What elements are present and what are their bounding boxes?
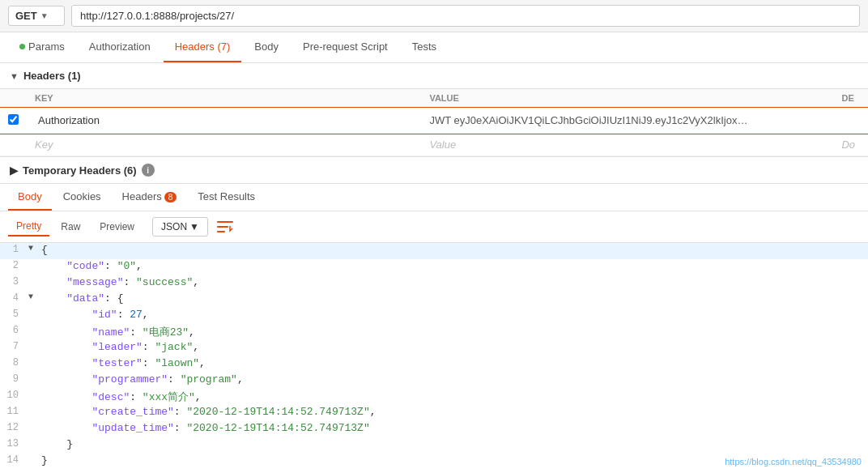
row-key-cell[interactable] <box>27 108 421 134</box>
line-number: 5 <box>0 309 28 320</box>
json-line: 11 "create_time": "2020-12-19T14:14:52.7… <box>0 405 868 421</box>
row-desc-cell[interactable] <box>833 108 868 134</box>
json-line: 12 "update_time": "2020-12-19T14:14:52.7… <box>0 421 868 437</box>
line-text: "id": 27, <box>41 309 149 321</box>
tab-label-tests: Tests <box>412 40 436 53</box>
line-arrow[interactable]: ▼ <box>28 292 41 301</box>
headers-section-header[interactable]: ▼ Headers (1) <box>0 63 868 88</box>
method-chevron-icon: ▼ <box>40 11 49 20</box>
line-text: "code": "0", <box>41 260 143 272</box>
desc-placeholder: Do <box>841 138 855 151</box>
json-line: 3 "message": "success", <box>0 275 868 292</box>
response-toolbar: Pretty Raw Preview JSON ▼ <box>0 211 868 243</box>
tab-headers[interactable]: Headers (7) <box>164 32 242 62</box>
line-text: { <box>41 244 48 256</box>
json-line: 8 "tester": "laown", <box>0 356 868 373</box>
json-line: 2 "code": "0", <box>0 259 868 275</box>
response-tabs: BodyCookiesHeaders8Test Results <box>0 184 868 211</box>
url-input[interactable] <box>71 5 860 27</box>
line-number: 10 <box>0 390 28 401</box>
new-row-checkbox-cell <box>0 134 27 156</box>
line-number: 13 <box>0 438 28 450</box>
json-line: 13 } <box>0 437 868 454</box>
temp-headers-title: Temporary Headers (6) <box>23 164 137 177</box>
temp-arrow-icon: ▶ <box>10 164 18 177</box>
json-line: 7 "leader": "jack", <box>0 340 868 356</box>
watermark: https://blog.csdn.net/qq_43534980 <box>725 457 862 467</box>
request-tabs: ParamsAuthorizationHeaders (7)BodyPre-re… <box>0 32 868 63</box>
new-row-key-cell[interactable]: Key <box>27 134 421 156</box>
desc-input[interactable] <box>841 113 860 128</box>
json-line: 9 "programmer": "program", <box>0 373 868 389</box>
new-row-value-cell[interactable]: Value <box>421 134 833 156</box>
json-line: 4▼ "data": { <box>0 292 868 308</box>
pretty-button[interactable]: Pretty <box>8 217 49 236</box>
col-value-header: VALUE <box>421 89 833 108</box>
headers-table: KEY VALUE DE JWT eyJ0eXAiOiJKV1QiLCJhbGc… <box>0 88 868 156</box>
json-line: 6 "name": "电商23", <box>0 324 868 340</box>
raw-button[interactable]: Raw <box>53 218 88 236</box>
resp-tab-cookies[interactable]: Cookies <box>53 184 111 211</box>
key-input[interactable] <box>35 113 413 128</box>
resp-tab-headers[interactable]: Headers8 <box>113 184 187 211</box>
tab-label-body: Body <box>254 40 279 53</box>
headers-section-title: Headers (1) <box>23 70 81 82</box>
method-label: GET <box>15 10 37 22</box>
svg-rect-1 <box>217 226 228 228</box>
tab-label-params: Params <box>28 40 65 53</box>
tab-label-authorization: Authorization <box>89 40 151 53</box>
row-value-cell[interactable]: JWT eyJ0eXAiOiJKV1QiLCJhbGciOiJIUzI1NiJ9… <box>421 108 833 134</box>
json-line: 1▼{ <box>0 243 868 259</box>
row-checkbox[interactable] <box>8 114 19 125</box>
preview-button[interactable]: Preview <box>91 218 143 236</box>
key-placeholder: Key <box>35 138 53 151</box>
line-number: 14 <box>0 454 28 466</box>
json-line: 5 "id": 27, <box>0 308 868 324</box>
tab-tests[interactable]: Tests <box>401 32 448 62</box>
info-icon: i <box>142 164 155 177</box>
value-placeholder: Value <box>429 138 456 151</box>
resp-tab-badge-headers: 8 <box>164 192 177 202</box>
tab-params[interactable]: Params <box>8 32 76 62</box>
line-text: "data": { <box>41 292 123 305</box>
line-number: 12 <box>0 422 28 433</box>
format-chevron-icon: ▼ <box>189 221 199 232</box>
temporary-headers-section[interactable]: ▶ Temporary Headers (6) i <box>0 157 868 184</box>
line-number: 3 <box>0 276 28 288</box>
table-row: JWT eyJ0eXAiOiJKV1QiLCJhbGciOiJIUzI1NiJ9… <box>0 108 868 134</box>
headers-section: ▼ Headers (1) KEY VALUE DE JWT eyJ0eXAiO… <box>0 63 868 157</box>
line-number: 6 <box>0 325 28 336</box>
line-text: } <box>41 438 73 450</box>
json-line: 10 "desc": "xxx简介", <box>0 389 868 405</box>
line-text: "leader": "jack", <box>41 341 199 353</box>
wrap-button[interactable] <box>211 216 239 237</box>
line-number: 8 <box>0 357 28 369</box>
line-text: "name": "电商23", <box>41 325 195 339</box>
resp-tab-body[interactable]: Body <box>8 184 52 211</box>
line-number: 7 <box>0 341 28 352</box>
line-text: "programmer": "program", <box>41 373 244 386</box>
params-dot <box>19 44 25 49</box>
format-label: JSON <box>161 221 187 232</box>
method-select[interactable]: GET ▼ <box>8 6 65 26</box>
tab-body[interactable]: Body <box>243 32 290 62</box>
tab-authorization[interactable]: Authorization <box>78 32 162 62</box>
col-key-header: KEY <box>27 89 421 108</box>
tab-prerequest[interactable]: Pre-request Script <box>291 32 399 62</box>
new-row-desc-cell[interactable]: Do <box>833 134 868 156</box>
format-select[interactable]: JSON ▼ <box>152 217 208 236</box>
line-text: "desc": "xxx简介", <box>41 390 202 404</box>
svg-rect-0 <box>217 221 233 223</box>
value-display: JWT eyJ0eXAiOiJKV1QiLCJhbGciOiJIUzI1NiJ9… <box>429 114 753 126</box>
line-number: 2 <box>0 260 28 271</box>
tab-label-headers: Headers (7) <box>175 40 231 53</box>
col-desc-header: DE <box>833 89 868 108</box>
line-arrow[interactable]: ▼ <box>28 244 41 253</box>
line-number: 9 <box>0 373 28 385</box>
col-checkbox <box>0 89 27 108</box>
row-checkbox-cell[interactable] <box>0 108 27 134</box>
new-header-row: Key Value Do <box>0 134 868 156</box>
line-text: "message": "success", <box>41 276 199 288</box>
line-text: } <box>41 454 48 467</box>
resp-tab-testresults[interactable]: Test Results <box>188 184 265 211</box>
